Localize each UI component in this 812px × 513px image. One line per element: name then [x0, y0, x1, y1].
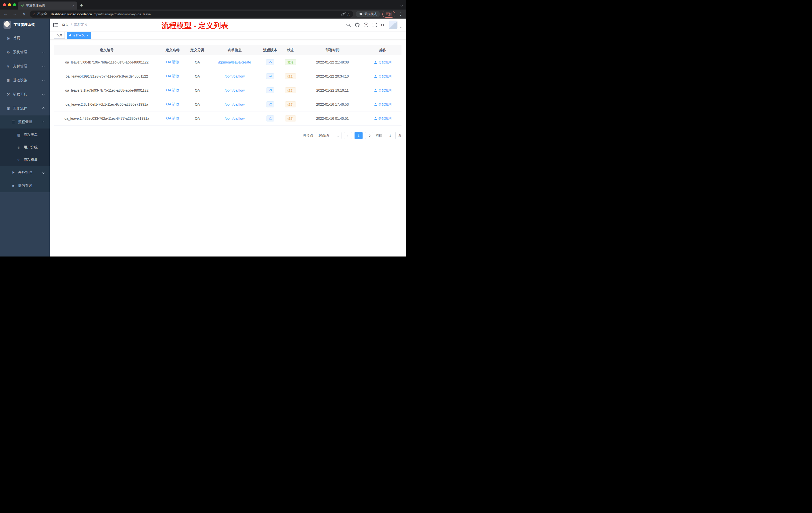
next-page-button[interactable]: [365, 132, 373, 139]
form-info-cell: /bpm/oa/flow: [209, 97, 260, 111]
sidebar-item-process-management[interactable]: ☰流程管理: [0, 116, 50, 128]
sidebar-item-payment-management[interactable]: ¥支付管理: [0, 59, 50, 73]
sidebar-item-home[interactable]: ◉首页: [0, 31, 50, 45]
font-size-icon[interactable]: tT: [381, 23, 385, 27]
zoom-window-button[interactable]: [13, 3, 16, 6]
deploy-time-cell: 2022-01-22 21:48:38: [301, 55, 364, 69]
sidebar-item-process-model[interactable]: ✈流程模型: [0, 154, 50, 166]
assign-rule-button[interactable]: 分配规则: [374, 60, 392, 64]
deploy-time-cell: 2022-01-16 01:40:51: [301, 112, 364, 125]
browser-menu-icon[interactable]: ⋮: [398, 12, 404, 16]
category-cell: OA: [186, 97, 209, 111]
address-bar[interactable]: ⚠ 不安全 dashboard.yudao.iocoder.cn/bpm/man…: [30, 10, 353, 18]
definition-name-link[interactable]: OA 请假: [166, 60, 179, 64]
definition-name-link[interactable]: OA 请假: [166, 116, 179, 121]
goto-label: 前往: [376, 133, 382, 138]
back-button[interactable]: ←: [2, 11, 9, 17]
sidebar-item-task-management[interactable]: ⚑任务管理: [0, 166, 50, 179]
deploy-time-cell: 2022-01-16 17:46:53: [301, 97, 364, 111]
paper-plane-icon: ✈: [16, 158, 22, 162]
forward-button[interactable]: →: [11, 11, 18, 17]
breadcrumb-home[interactable]: 首页: [62, 23, 69, 27]
security-label[interactable]: 不安全: [37, 12, 47, 16]
goto-page-input[interactable]: [385, 132, 396, 139]
tag-流程定义[interactable]: 流程定义×: [67, 32, 91, 39]
update-button[interactable]: 更新: [382, 11, 395, 18]
close-window-button[interactable]: [3, 3, 6, 6]
user-icon: [374, 61, 377, 64]
assign-rule-label: 分配规则: [378, 60, 392, 64]
form-info-cell: /bpm/oa/flow: [209, 69, 260, 83]
column-header-4: 流程版本: [260, 45, 280, 55]
password-key-icon[interactable]: [340, 11, 346, 17]
form-info-link[interactable]: /bpm/oa/flow: [225, 102, 244, 107]
assign-rule-button[interactable]: 分配规则: [374, 102, 392, 107]
definition-id-cell: oa_leave:4:991f2193-7b7f-11ec-a3c8-acde4…: [54, 69, 160, 83]
sidebar-item-process-form[interactable]: ▤流程表单: [0, 128, 50, 141]
browser-toolbar: ← → ↻ ⚠ 不安全 dashboard.yudao.iocoder.cn/b…: [0, 9, 406, 19]
prev-page-button[interactable]: [344, 132, 352, 139]
table-row: oa_leave:5:004b710b-7b8a-11ec-8ef0-acde4…: [54, 55, 402, 69]
url-separator: [49, 12, 49, 16]
assign-rule-button[interactable]: 分配规则: [374, 88, 392, 93]
tag-首页[interactable]: 首页: [54, 32, 65, 39]
breadcrumb: 首页 / 流程定义: [62, 23, 88, 27]
tab-title: 芋道管理系统: [26, 3, 70, 8]
action-cell: 分配规则: [364, 83, 402, 97]
version-cell: v3: [260, 83, 280, 97]
action-cell: 分配规则: [364, 55, 402, 69]
help-icon[interactable]: ?: [364, 23, 368, 27]
definition-id-cell: oa_leave:5:004b710b-7b8a-11ec-8ef0-acde4…: [54, 55, 160, 69]
table-row: oa_leave:4:991f2193-7b7f-11ec-a3c8-acde4…: [54, 69, 402, 83]
form-info-link[interactable]: /bpm/oa/flow: [225, 88, 244, 92]
fullscreen-icon[interactable]: [373, 23, 377, 27]
form-info-link[interactable]: /bpm/oa/flow: [225, 74, 244, 78]
new-tab-button[interactable]: +: [80, 3, 83, 8]
app-header: 首页 / 流程定义 流程模型 - 定义列表 ? tT: [50, 19, 406, 31]
definition-name-link[interactable]: OA 请假: [166, 74, 179, 79]
category-cell: OA: [186, 55, 209, 69]
form-info-cell: /bpm/oa/leave/create: [209, 55, 260, 69]
version-badge: v2: [266, 101, 274, 108]
definition-id-cell: oa_leave:2:3c1f0ef1-76b1-11ec-9c66-a2380…: [54, 97, 160, 111]
form-info-link[interactable]: /bpm/oa/flow: [225, 117, 244, 120]
breadcrumb-separator: /: [71, 23, 72, 27]
dashboard-icon: ◉: [5, 36, 11, 40]
close-tab-icon[interactable]: ×: [72, 3, 75, 8]
sidebar-item-infrastructure[interactable]: ⊞基础设施: [0, 73, 50, 87]
avatar[interactable]: [389, 21, 398, 29]
browser-tab[interactable]: 芋道管理系统 ×: [18, 1, 77, 9]
search-icon[interactable]: [346, 23, 351, 27]
definition-name-link[interactable]: OA 请假: [166, 102, 179, 107]
pagination: 共 5 条 10条/页 1 前往 页: [54, 132, 402, 139]
avatar-dropdown-icon[interactable]: [400, 25, 402, 29]
sidebar-item-leave-query[interactable]: ☻请假查询: [0, 179, 50, 192]
person-icon: ☻: [10, 184, 16, 188]
window-controls: [3, 3, 16, 6]
reload-button[interactable]: ↻: [21, 12, 27, 16]
sidebar-item-workflow[interactable]: ▣工作流程: [0, 101, 50, 116]
sidebar-item-dev-tools[interactable]: ⚒研发工具: [0, 87, 50, 101]
sidebar-item-user-group[interactable]: ☺用户分组: [0, 141, 50, 154]
status-cell: 挂起: [280, 112, 301, 125]
github-icon[interactable]: [355, 23, 359, 27]
sidebar-item-system-management[interactable]: ⚙系统管理: [0, 45, 50, 59]
search-tabs-chevron-icon[interactable]: [401, 2, 403, 7]
workflow-icon: ▣: [5, 107, 11, 111]
bookmark-star-icon[interactable]: ☆: [347, 12, 350, 17]
page-size-select[interactable]: 10条/页: [316, 132, 342, 139]
tab-favicon-icon: [21, 3, 24, 8]
header-actions: ? tT: [346, 21, 402, 29]
form-info-link[interactable]: /bpm/oa/leave/create: [218, 60, 251, 64]
infrastructure-icon: ⊞: [5, 78, 11, 82]
assign-rule-button[interactable]: 分配规则: [374, 116, 392, 121]
close-icon[interactable]: ×: [86, 33, 88, 37]
chevron-down-icon: [42, 79, 45, 81]
minimize-window-button[interactable]: [8, 3, 11, 6]
collapse-sidebar-button[interactable]: [53, 23, 58, 27]
assign-rule-button[interactable]: 分配规则: [374, 74, 392, 79]
url-path: /bpm/manager/definition?key=oa_leave: [94, 12, 151, 16]
definition-name-link[interactable]: OA 请假: [166, 88, 179, 93]
definition-id-cell: oa_leave:1:482ec033-762a-11ec-8477-a2380…: [54, 112, 160, 125]
page-1-button[interactable]: 1: [354, 132, 362, 139]
